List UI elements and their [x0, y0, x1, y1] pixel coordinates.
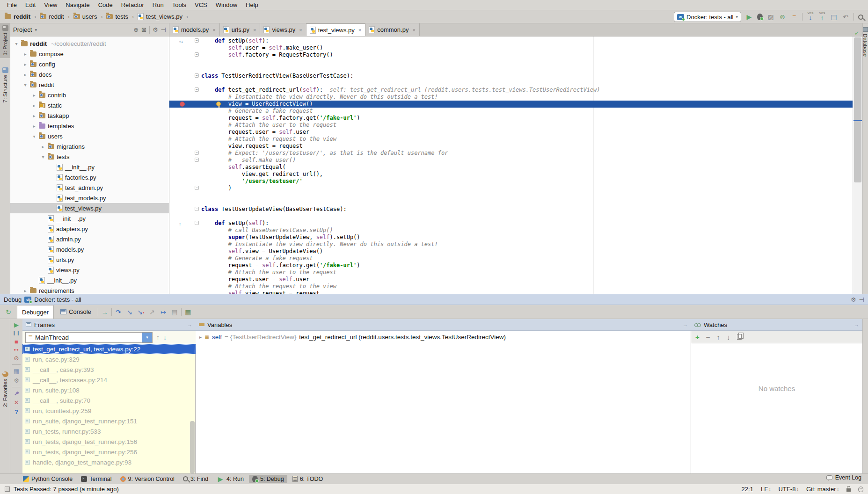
vcs-branch-select[interactable]: Git: master↕ — [806, 486, 839, 493]
tab-console[interactable]: Console — [56, 305, 96, 319]
editor-tab-views-py[interactable]: views.py× — [260, 23, 306, 36]
run-config-select[interactable]: di Docker: tests - all ▾ — [674, 12, 741, 22]
frame-row[interactable]: run, case.py:329 — [22, 354, 196, 364]
thread-selector[interactable]: ≣ MainThread ▾ — [25, 332, 153, 343]
sidebar-tab-favorites[interactable]: 2: Favorites — [0, 370, 10, 412]
tree-item-__init__-py[interactable]: __init__.py — [10, 275, 169, 285]
tree-collapsed-arrow-icon[interactable]: ▸ — [23, 72, 28, 77]
editor-gutter[interactable] — [169, 234, 198, 241]
collapse-all-icon[interactable]: ⊠ — [141, 26, 146, 33]
view-breakpoints-button[interactable]: ●● — [14, 348, 19, 352]
toolwindow-button-6--TODO[interactable]: 6: TODO — [289, 475, 327, 483]
tree-item-reddit[interactable]: ▾reddit — [10, 80, 169, 90]
fold-marker-icon[interactable]: − — [195, 52, 199, 57]
vcs-update-button[interactable]: VCS↓ — [807, 12, 814, 22]
tree-item-docs[interactable]: ▸docs — [10, 69, 169, 80]
close-tab-icon[interactable]: × — [412, 27, 415, 33]
frame-row[interactable]: run_tests, django_test_runner.py:256 — [22, 447, 196, 457]
profiler-button[interactable]: ⊚ — [779, 14, 786, 20]
fold-marker-icon[interactable]: − — [195, 221, 199, 225]
menu-refactor[interactable]: Refactor — [117, 0, 148, 9]
step-over-button[interactable]: ↷ — [114, 308, 123, 316]
toolwindow-button-Python-Console[interactable]: Python Console — [20, 475, 76, 483]
editor-gutter[interactable] — [169, 143, 198, 150]
next-frame-button[interactable]: ↓ — [163, 334, 167, 341]
close-tab-icon[interactable]: × — [299, 27, 302, 33]
tree-item-users[interactable]: ▾users — [10, 131, 169, 141]
gear-icon[interactable]: ⚙ — [851, 296, 856, 303]
editor-gutter[interactable] — [169, 255, 198, 262]
menu-run[interactable]: Run — [148, 0, 168, 9]
variable-row[interactable]: ▸ ≣ self = {TestUserRedirectView} test_g… — [196, 332, 510, 342]
editor-gutter[interactable] — [169, 171, 198, 178]
tree-item-admin-py[interactable]: admin.py — [10, 234, 169, 244]
expander-icon[interactable]: ▸ — [199, 334, 202, 340]
frame-row[interactable]: run_tests, runner.py:533 — [22, 426, 196, 436]
mute-breakpoints-button[interactable]: ⊘ — [14, 355, 19, 361]
menu-vcs[interactable]: VCS — [190, 0, 212, 9]
vcs-commit-button[interactable]: VCS↑ — [818, 12, 826, 22]
editor-gutter[interactable] — [169, 241, 198, 248]
frame-row[interactable]: run_suite, django_test_runner.py:151 — [22, 416, 196, 426]
panel-arrow-icon[interactable]: → — [854, 322, 859, 327]
tree-item-compose[interactable]: ▸compose — [10, 49, 169, 59]
editor-scrollbar[interactable]: ✓ — [853, 36, 862, 294]
coverage-button[interactable]: ▨ — [767, 14, 774, 20]
menu-view[interactable]: View — [40, 0, 61, 9]
frames-scrollbar-thumb[interactable] — [190, 421, 195, 473]
editor-gutter[interactable] — [169, 269, 198, 276]
toolwindow-toggle-icon[interactable] — [5, 487, 10, 492]
editor-gutter[interactable] — [169, 248, 198, 255]
tree-collapsed-arrow-icon[interactable]: ▸ — [23, 51, 28, 57]
step-out-button[interactable]: ↗ — [147, 308, 157, 316]
toolwindow-button-Terminal[interactable]: Terminal — [78, 475, 115, 483]
tree-item-tests[interactable]: ▾tests — [10, 152, 169, 162]
toolwindow-button-9--Version-Control[interactable]: 9: Version Control — [117, 475, 178, 483]
menu-edit[interactable]: Edit — [21, 0, 40, 9]
editor-gutter[interactable] — [169, 87, 198, 94]
sidebar-tab-database[interactable]: Database — [862, 27, 868, 57]
tree-collapsed-arrow-icon[interactable]: ▸ — [32, 124, 36, 129]
editor-gutter[interactable] — [169, 44, 198, 51]
panel-arrow-icon[interactable]: → — [187, 322, 192, 327]
tree-expanded-arrow-icon[interactable]: ▾ — [14, 41, 19, 46]
fold-marker-icon[interactable]: − — [195, 87, 199, 92]
frame-row[interactable]: handle, django_test_manage.py:93 — [22, 457, 196, 467]
tree-item-static[interactable]: ▸static — [10, 100, 169, 110]
editor-gutter[interactable] — [169, 262, 198, 269]
hide-panel-icon[interactable]: ⊣ — [161, 26, 166, 33]
editor-gutter[interactable] — [169, 213, 198, 220]
show-execution-point-button[interactable]: → — [100, 308, 109, 316]
close-tab-icon[interactable]: × — [358, 27, 361, 33]
menu-tools[interactable]: Tools — [168, 0, 190, 9]
close-tab-icon[interactable]: × — [212, 27, 215, 33]
frame-row[interactable]: __call__, suite.py:70 — [22, 395, 196, 406]
tree-collapsed-arrow-icon[interactable]: ▸ — [32, 93, 36, 98]
editor-tab-urls-py[interactable]: urls.py× — [220, 23, 261, 36]
editor-gutter[interactable] — [169, 94, 198, 101]
encoding-select[interactable]: UTF-8↕ — [779, 486, 799, 493]
editor-tab-test_views-py[interactable]: test_views.py× — [306, 23, 365, 36]
add-watch-button[interactable]: + — [695, 333, 700, 341]
editor-gutter[interactable] — [169, 65, 198, 73]
edit-configs-button[interactable]: ≡ — [790, 14, 798, 20]
fold-marker-icon[interactable]: − — [195, 158, 199, 162]
pin-icon[interactable] — [14, 391, 19, 396]
frame-row[interactable]: run, tcunittest.py:259 — [22, 406, 196, 416]
tree-item-contrib[interactable]: ▸contrib — [10, 90, 169, 100]
force-step-into-button[interactable]: ↘ — [136, 308, 146, 316]
tree-expanded-arrow-icon[interactable]: ▾ — [41, 154, 45, 160]
editor-gutter[interactable] — [169, 122, 198, 129]
pause-button[interactable]: ❙❙ — [12, 331, 20, 335]
breadcrumb-item[interactable]: test_views.py — [137, 12, 183, 21]
editor-gutter[interactable] — [169, 150, 198, 157]
move-down-button[interactable]: ↓ — [727, 333, 730, 341]
frame-row[interactable]: test_get_redirect_url, test_views.py:22 — [22, 344, 196, 354]
tree-item-factories-py[interactable]: factories.py — [10, 172, 169, 182]
editor-gutter[interactable] — [169, 199, 198, 206]
editor-gutter[interactable] — [169, 178, 198, 185]
fold-marker-icon[interactable]: − — [195, 38, 199, 43]
search-icon[interactable] — [858, 15, 863, 20]
fold-marker-icon[interactable]: − — [195, 151, 199, 155]
editor-tab-common-py[interactable]: common.py× — [365, 23, 420, 36]
